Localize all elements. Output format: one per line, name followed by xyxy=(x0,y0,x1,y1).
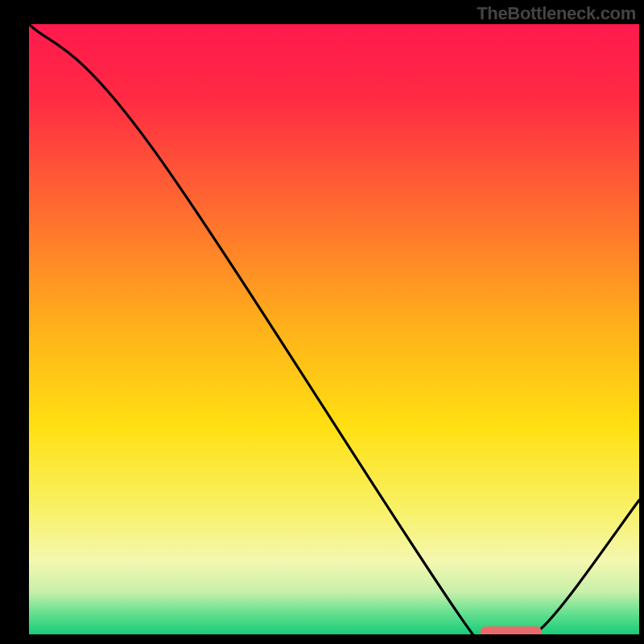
gradient-backdrop xyxy=(29,24,639,634)
plot-area xyxy=(29,24,639,634)
chart-svg xyxy=(29,24,639,634)
attribution-text: TheBottleneck.com xyxy=(477,3,636,24)
chart-container: TheBottleneck.com xyxy=(0,0,644,644)
optimal-marker xyxy=(481,626,542,634)
